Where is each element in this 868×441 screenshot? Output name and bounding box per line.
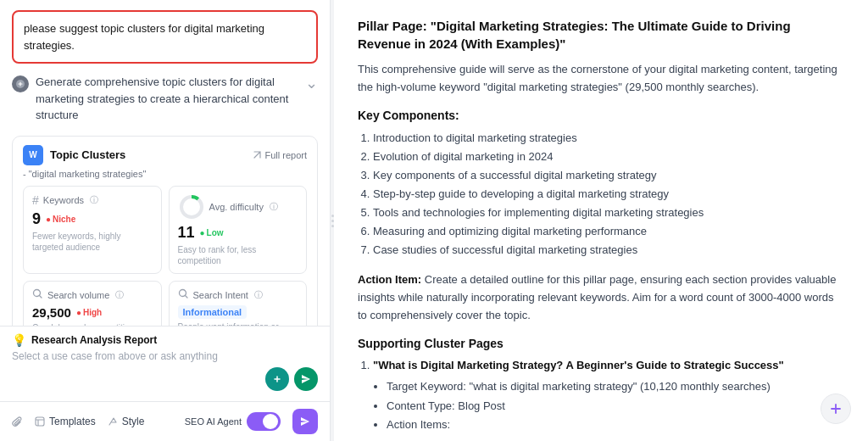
right-panel: Pillar Page: "Digital Marketing Strategi…	[334, 0, 868, 441]
list-item: Case studies of successful digital marke…	[373, 241, 844, 260]
send-button[interactable]	[292, 409, 318, 434]
tc-keyword: - "digital marketing strategies"	[23, 169, 307, 179]
floating-action-button[interactable]	[821, 394, 851, 424]
full-report-link[interactable]: Full report	[253, 150, 307, 160]
search-volume-icon	[32, 288, 43, 302]
left-panel: please suggest topic clusters for digita…	[0, 0, 331, 441]
action-item: Action Item: Create a detailed outline f…	[358, 271, 844, 324]
lightbulb-icon: 💡	[12, 333, 26, 347]
tc-title: Topic Clusters	[50, 148, 125, 161]
list-item: "What is Digital Marketing Strategy? A B…	[373, 357, 844, 434]
topic-clusters-card: W Topic Clusters Full report - "digital …	[12, 136, 318, 327]
donut-chart	[178, 193, 205, 220]
search-volume-info-icon: ⓘ	[115, 289, 124, 301]
avg-difficulty-info-icon: ⓘ	[270, 201, 278, 213]
keywords-desc: Fewer keywords, highly targeted audience	[32, 231, 153, 253]
pillar-page-title: Pillar Page: "Digital Marketing Strategi…	[358, 17, 844, 53]
templates-button[interactable]: Templates	[35, 416, 96, 427]
assistant-avatar	[12, 75, 29, 92]
supporting-page-details: Target Keyword: "what is digital marketi…	[373, 377, 844, 433]
list-item: Introduction to digital marketing strate…	[373, 129, 844, 148]
list-item: Key components of a successful digital m…	[373, 166, 844, 185]
list-item: Step-by-step guide to developing a digit…	[373, 185, 844, 204]
tc-metrics-grid: # Keywords ⓘ 9 ● Niche Fewer keywords, h…	[23, 186, 307, 327]
seo-agent-toggle[interactable]: SEO AI Agent	[185, 412, 281, 431]
assistant-message: Generate comprehensive topic clusters fo…	[12, 74, 318, 124]
supporting-pages-list: "What is Digital Marketing Strategy? A B…	[358, 357, 844, 434]
research-section: 💡 Research Analysis Report Select a use …	[0, 326, 330, 401]
avg-difficulty-value: 11	[178, 224, 195, 242]
avg-difficulty-badge: ● Low	[200, 228, 224, 237]
pillar-intro: This comprehensive guide will serve as t…	[358, 61, 844, 97]
search-intent-metric: Search Intent ⓘ Informational People wan…	[169, 281, 308, 327]
avg-difficulty-metric: Avg. difficulty ⓘ 11 ● Low Easy to rank …	[169, 186, 308, 274]
search-volume-metric: Search volume ⓘ 29,500 ● High Good deman…	[23, 281, 162, 327]
tc-logo: W	[23, 145, 43, 165]
hashtag-icon: #	[32, 193, 39, 207]
list-item: Measuring and optimizing digital marketi…	[373, 222, 844, 241]
list-item: Action Items:	[387, 416, 844, 434]
key-components-list: Introduction to digital marketing strate…	[358, 129, 844, 260]
toggle-switch-control[interactable]	[247, 412, 281, 431]
keywords-label: Keywords	[43, 195, 84, 205]
send-action-button[interactable]	[294, 367, 318, 391]
chat-area: please suggest topic clusters for digita…	[0, 0, 330, 326]
keywords-badge: ● Niche	[46, 215, 75, 224]
research-title: 💡 Research Analysis Report	[12, 333, 318, 347]
svg-rect-6	[36, 417, 44, 426]
research-actions	[12, 367, 318, 391]
search-intent-label: Search Intent	[193, 290, 248, 300]
list-item: Content Type: Blog Post	[387, 397, 844, 416]
avg-difficulty-desc: Easy to rank for, less competition	[178, 244, 298, 266]
list-item: Tools and technologies for implementing …	[373, 204, 844, 222]
assistant-text: Generate comprehensive topic clusters fo…	[36, 74, 298, 124]
user-message: please suggest topic clusters for digita…	[12, 10, 318, 64]
seo-agent-label: SEO AI Agent	[185, 416, 242, 427]
avg-difficulty-label: Avg. difficulty	[209, 202, 264, 212]
chat-action-button[interactable]	[265, 367, 289, 391]
keywords-metric: # Keywords ⓘ 9 ● Niche Fewer keywords, h…	[23, 186, 162, 274]
key-components-heading: Key Components:	[358, 109, 844, 122]
keywords-info-icon: ⓘ	[90, 194, 98, 206]
style-button[interactable]: Style	[108, 416, 145, 427]
supporting-page-title: "What is Digital Marketing Strategy? A B…	[373, 359, 784, 371]
supporting-heading: Supporting Cluster Pages	[358, 337, 844, 350]
list-item: Target Keyword: "what is digital marketi…	[387, 377, 844, 396]
action-item-label: Action Item:	[358, 273, 421, 286]
tc-card-header: W Topic Clusters Full report	[23, 145, 307, 165]
search-intent-value: Informational	[178, 305, 248, 319]
search-volume-badge: ● High	[76, 308, 102, 317]
bottom-toolbar: Templates Style SEO AI Agent	[0, 401, 330, 441]
search-intent-icon	[178, 288, 189, 302]
search-volume-label: Search volume	[47, 290, 109, 300]
search-volume-value: 29,500	[32, 305, 71, 320]
svg-point-1	[181, 197, 202, 217]
expand-icon[interactable]: ⌄	[305, 74, 318, 92]
attachment-button[interactable]	[12, 416, 23, 427]
research-prompt: Select a use case from above or ask anyt…	[12, 350, 318, 362]
search-intent-info-icon: ⓘ	[254, 289, 263, 301]
keywords-value: 9	[32, 210, 41, 228]
list-item: Evolution of digital marketing in 2024	[373, 148, 844, 166]
